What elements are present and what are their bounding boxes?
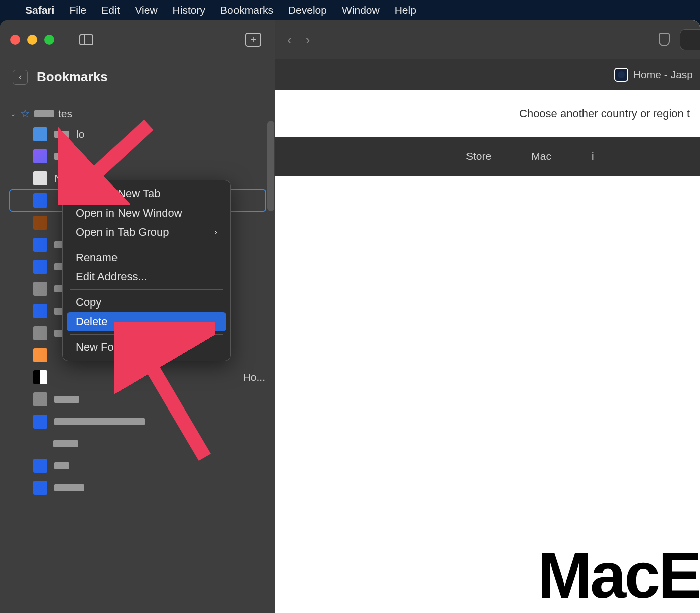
redacted-text (54, 418, 145, 425)
menu-divider (70, 245, 223, 245)
favicon-icon (33, 392, 47, 406)
redacted-text (54, 484, 84, 491)
macos-menubar: Safari File Edit View History Bookmarks … (0, 0, 700, 20)
bookmark-item[interactable]: lo (5, 123, 270, 145)
chevron-down-icon[interactable]: ⌄ (10, 110, 16, 118)
menu-divider (70, 334, 223, 335)
favicon-icon (33, 481, 47, 495)
bookmark-label: lo (76, 128, 84, 140)
menu-label: Open in Tab Group (76, 226, 169, 239)
favicon-icon (33, 415, 47, 429)
menu-copy[interactable]: Copy (63, 293, 230, 312)
menu-open-tab-group[interactable]: Open in Tab Group › (63, 223, 230, 242)
menu-help[interactable]: Help (395, 4, 416, 16)
bookmark-label: in (76, 150, 84, 162)
menu-window[interactable]: Window (342, 4, 380, 16)
menu-edit[interactable]: Edit (101, 4, 120, 16)
bookmark-item[interactable] (5, 433, 270, 455)
bookmark-item[interactable] (5, 477, 270, 499)
tab-bar: Home - Jasp (275, 59, 700, 90)
menu-new-folder[interactable]: New Folde (63, 338, 230, 357)
nav-store[interactable]: Store (466, 150, 491, 162)
menu-develop[interactable]: Develop (288, 4, 327, 16)
menu-edit-address[interactable]: Edit Address... (63, 267, 230, 286)
sidebar-toolbar (0, 20, 275, 59)
privacy-shield-icon[interactable] (659, 33, 670, 46)
favicon-icon (33, 348, 47, 362)
bookmark-item[interactable] (5, 388, 270, 411)
redacted-text (54, 396, 79, 403)
nav-mac[interactable]: Mac (531, 150, 551, 162)
app-name[interactable]: Safari (25, 4, 54, 16)
menu-file[interactable]: File (69, 4, 86, 16)
region-banner: Choose another country or region t (275, 90, 700, 137)
bookmark-item[interactable]: Ho... (5, 366, 270, 388)
back-button[interactable]: ‹ (13, 70, 28, 85)
menu-bookmarks[interactable]: Bookmarks (220, 4, 273, 16)
favicon-icon (33, 260, 47, 274)
redacted-text (54, 153, 69, 160)
favicon-icon (33, 326, 47, 340)
redacted-text (54, 131, 69, 138)
tab-favicon-icon (614, 68, 628, 82)
nav-back-button[interactable]: ‹ (287, 32, 292, 48)
favicon-icon (33, 370, 47, 384)
bookmark-context-menu: Open in New Tab Open in New Window Open … (62, 180, 231, 361)
minimize-window-button[interactable] (27, 35, 37, 45)
favicon-icon (33, 171, 47, 185)
tab-overview-icon[interactable] (245, 33, 261, 47)
favicon-icon (33, 238, 47, 252)
favicon-icon (33, 304, 47, 318)
bookmarks-title: Bookmarks (37, 69, 108, 85)
redacted-text (54, 462, 69, 469)
menu-divider (70, 289, 223, 290)
close-window-button[interactable] (10, 35, 20, 45)
address-bar[interactable] (680, 29, 700, 50)
bookmark-item[interactable] (5, 455, 270, 477)
maximize-window-button[interactable] (44, 35, 54, 45)
folder-label: tes (58, 108, 72, 120)
bookmark-item[interactable] (5, 411, 270, 433)
favicon-icon (33, 282, 47, 296)
region-banner-text: Choose another country or region t (519, 107, 690, 120)
window-controls (10, 35, 54, 45)
favicon-icon (33, 149, 47, 163)
menu-open-new-window[interactable]: Open in New Window (63, 203, 230, 223)
toggle-sidebar-icon[interactable] (79, 34, 93, 45)
apple-site-nav: Store Mac i (275, 137, 700, 176)
menu-open-new-tab[interactable]: Open in New Tab (63, 184, 230, 203)
menu-history[interactable]: History (173, 4, 205, 16)
star-icon: ☆ (20, 107, 30, 120)
redacted-text (53, 440, 78, 447)
chevron-right-icon: › (214, 227, 217, 237)
menu-rename[interactable]: Rename (63, 248, 230, 267)
bookmark-label: N (54, 172, 62, 184)
menu-view[interactable]: View (135, 4, 157, 16)
content-area: ‹ › Home - Jasp Choose another country o… (275, 20, 700, 613)
nav-other[interactable]: i (592, 150, 594, 162)
bookmark-item[interactable]: in (5, 145, 270, 167)
scrollbar[interactable] (267, 121, 274, 211)
bookmark-label: Ho... (243, 371, 265, 383)
favicon-icon (33, 216, 47, 230)
bookmarks-header: ‹ Bookmarks (0, 59, 275, 95)
nav-forward-button[interactable]: › (306, 32, 310, 48)
hero-headline: MacE (537, 538, 700, 613)
favicon-icon (33, 127, 47, 141)
tab-title[interactable]: Home - Jasp (633, 69, 693, 81)
favicon-icon (33, 459, 47, 473)
redacted-text (34, 110, 54, 117)
page-content: Choose another country or region t Store… (275, 90, 700, 613)
browser-toolbar: ‹ › (275, 20, 700, 59)
menu-delete[interactable]: Delete (67, 312, 226, 331)
favicon-icon (33, 193, 47, 208)
favorites-folder[interactable]: ⌄ ☆ tes (5, 104, 270, 123)
